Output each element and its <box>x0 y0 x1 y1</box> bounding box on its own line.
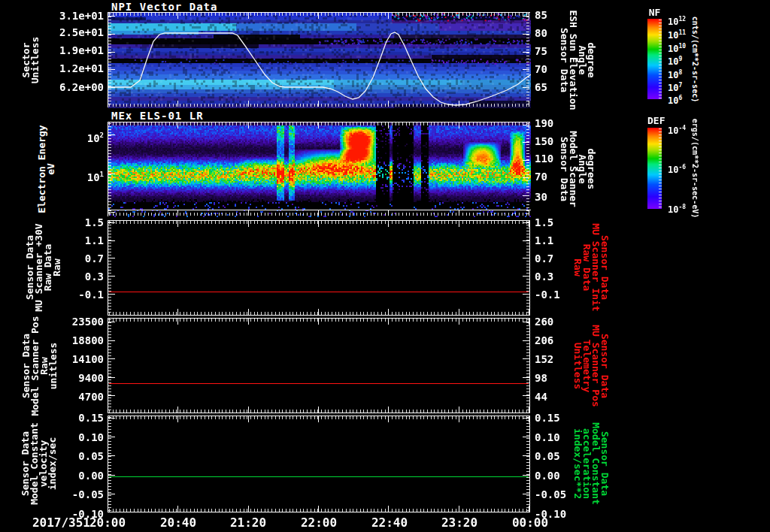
axis-major-tick <box>108 276 115 277</box>
axis-major-tick <box>523 69 529 70</box>
nf-colorbar-units: cnts/(cm**2-sr-sec) <box>691 17 699 102</box>
y-tick-label: 0.00 <box>78 470 104 482</box>
tick-exponent: 2 <box>100 131 104 139</box>
axis-major-tick <box>459 506 459 512</box>
panel3-trace-label: Sensor Data MU Scanner Init Raw Data Raw <box>573 223 609 311</box>
axis-major-tick <box>248 210 249 216</box>
tick-mantissa: 10 <box>668 70 678 80</box>
colorbar-ticks <box>659 128 662 208</box>
nf-colorbar-title: NF <box>647 7 662 18</box>
axis-major-tick <box>523 52 529 53</box>
axis-major-tick <box>523 177 529 178</box>
tick-mantissa: 10 <box>668 44 678 54</box>
axis-major-tick <box>523 87 529 88</box>
axis-major-tick <box>388 101 389 107</box>
y-tick-label: 0.00 <box>535 470 560 482</box>
axis-major-tick <box>108 506 108 512</box>
panel5-trace-label: Sensor Data Model Constant acceleration … <box>573 422 609 505</box>
tick-exponent: -8 <box>678 204 686 210</box>
y-tick-label: 18800 <box>72 334 104 346</box>
axis-major-tick <box>529 506 529 512</box>
axis-major-tick <box>318 407 319 413</box>
axis-major-tick <box>108 101 108 107</box>
axis-major-tick <box>459 309 459 315</box>
axis-major-tick <box>523 34 529 35</box>
axis-major-tick <box>177 101 178 107</box>
axis-major-tick <box>388 407 389 413</box>
axis-major-tick <box>108 475 115 476</box>
axis-major-tick <box>523 377 529 378</box>
colorbar-tick-label: 1011 <box>668 28 686 38</box>
els-spectrogram-canvas <box>108 122 531 217</box>
axis-major-tick <box>108 240 115 241</box>
y-tick-label: 85 <box>535 9 547 21</box>
y-tick-label: 70 <box>535 63 547 75</box>
y-tick-label: 1.5 <box>85 216 104 228</box>
x-tick-label: 20:00 <box>85 516 130 530</box>
axis-major-tick <box>459 210 459 216</box>
axis-major-tick <box>108 174 115 174</box>
colorbar-tick-label: 109 <box>668 54 682 65</box>
y-tick-label: 44 <box>535 391 547 403</box>
axis-major-tick <box>523 340 529 341</box>
tick-mantissa: 10 <box>668 30 678 41</box>
axis-minor-ticks <box>108 417 111 511</box>
nf-colorbar <box>647 19 662 99</box>
axis-major-tick <box>318 13 319 19</box>
axis-title-line: index/sec**2 <box>573 422 582 505</box>
axis-major-tick <box>248 13 249 19</box>
axis-major-tick <box>108 135 115 135</box>
axis-major-tick <box>108 294 115 295</box>
axis-major-tick <box>523 142 529 143</box>
panel2-left-axis-title: Electron Energy eV <box>38 125 56 213</box>
axis-major-tick <box>177 210 178 216</box>
axis-major-tick <box>523 455 529 456</box>
y-tick-label: 190 <box>535 117 553 129</box>
axis-minor-ticks <box>109 509 529 512</box>
axis-major-tick <box>177 319 178 325</box>
axis-major-tick <box>459 407 459 413</box>
y-tick-label: 65 <box>535 81 547 93</box>
axis-title-line: Raw <box>53 223 62 311</box>
axis-minor-ticks <box>526 417 529 511</box>
axis-major-tick <box>318 319 319 325</box>
y-tick-label: 150 <box>535 135 553 147</box>
panel2-title: MEx ELS-01 LR <box>111 110 204 122</box>
axis-major-tick <box>459 122 459 128</box>
axis-major-tick <box>108 358 115 359</box>
tick-mantissa: 10 <box>668 165 678 175</box>
axis-major-tick <box>108 309 108 315</box>
axis-title-line: Unitless <box>31 37 40 84</box>
y-tick-label: 0.10 <box>535 431 560 443</box>
tick-mantissa: 10 <box>87 132 100 144</box>
axis-minor-ticks <box>109 416 529 419</box>
panel1-left-axis-title: Sector Unitless <box>22 37 40 84</box>
axis-major-tick <box>523 195 529 196</box>
axis-major-tick <box>108 222 115 223</box>
axis-major-tick <box>388 122 389 128</box>
y-tick-label: 30 <box>535 191 547 203</box>
axis-major-tick <box>523 240 529 241</box>
y-tick-label: -0.05 <box>72 488 104 500</box>
axis-title-line: Sensor Data <box>559 131 568 207</box>
y-tick-label: 1.5 <box>535 216 553 228</box>
y-tick-label: 14100 <box>72 353 104 365</box>
axis-major-tick <box>248 309 249 315</box>
x-tick-label: 20:40 <box>156 516 201 530</box>
axis-minor-ticks <box>109 410 529 413</box>
axis-title-line: index/sec <box>48 422 57 505</box>
axis-major-tick <box>529 122 529 128</box>
axis-major-tick <box>318 122 319 128</box>
y-tick-label: -0.05 <box>535 488 566 500</box>
y-tick-label: 0.3 <box>535 271 553 283</box>
axis-major-tick <box>108 455 115 456</box>
axis-major-tick <box>177 309 178 315</box>
y-tick-label: -0.1 <box>78 289 104 301</box>
panel1-right-axis-title: degree Angle ESH Sun Elevation Sensor Da… <box>559 10 596 110</box>
axis-major-tick <box>248 221 249 227</box>
velocity-trace <box>109 476 529 477</box>
axis-major-tick <box>523 16 529 17</box>
colorbar-tick-label: 10-8 <box>668 202 686 213</box>
y-tick-label: 0.7 <box>535 252 553 264</box>
axis-major-tick <box>177 506 178 512</box>
